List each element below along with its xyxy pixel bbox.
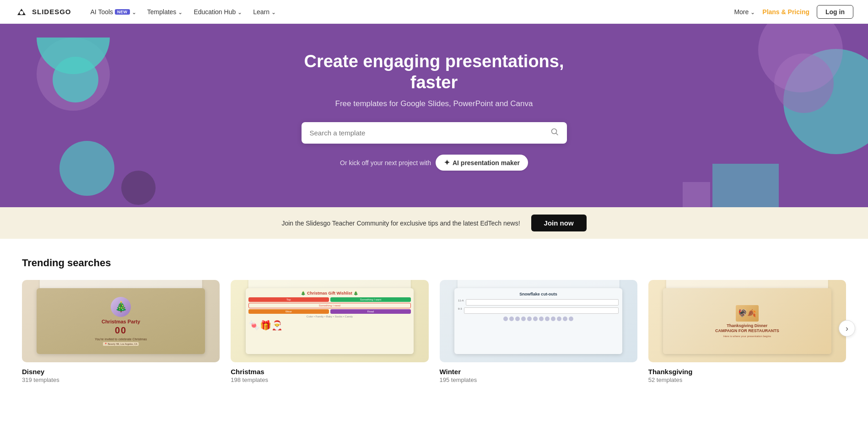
nav-ai-tools[interactable]: AI Tools NEW [86, 5, 141, 18]
disney-character-icon: 🎄 [111, 297, 131, 317]
card-christmas-image: 🎄 Christmas Gift Wishlist 🎄 Top Somethin… [231, 280, 428, 362]
thanksgiving-slide-title: Thanksgiving DinnerCAMPAIGN FOR RESTAURA… [715, 323, 779, 334]
trending-section: Trending searches 🎄 Christmas Party00 Yo… [0, 239, 868, 402]
learn-chevron [271, 8, 276, 16]
more-chevron [750, 8, 755, 16]
shape-rect-teal [712, 164, 779, 207]
christmas-slide: 🎄 Christmas Gift Wishlist 🎄 Top Somethin… [246, 288, 414, 354]
search-bar[interactable] [302, 122, 567, 144]
xmas-footer: Color • Family • Baby • Socks • Candy [248, 315, 411, 318]
card-disney[interactable]: 🎄 Christmas Party00 You're invited to ce… [22, 280, 220, 383]
shape-tl-circle [37, 38, 110, 111]
search-input[interactable] [310, 129, 550, 137]
logo-text: SLIDESGO [32, 8, 71, 16]
education-hub-chevron [237, 8, 242, 16]
ai-tools-chevron [132, 8, 136, 16]
trending-cards: 🎄 Christmas Party00 You're invited to ce… [22, 280, 846, 383]
hero-subtitle: Free templates for Google Slides, PowerP… [283, 99, 585, 108]
winter-snowflakes [458, 317, 619, 321]
hero-title: Create engaging presentations, faster [283, 51, 585, 93]
winter-slide-title: Snowflake cut-outs [458, 292, 619, 296]
winter-slide: Snowflake cut-outs 11-A 9-3 [454, 288, 622, 354]
xmas-item3: Something I need [248, 303, 411, 308]
xmas-icons: 🍬🎁🎅 [248, 320, 411, 331]
nav-plans-pricing[interactable]: Plans & Pricing [762, 8, 809, 16]
card-christmas-label: Christmas [231, 368, 428, 376]
shape-rect-light [683, 182, 710, 207]
svg-point-1 [20, 11, 23, 15]
nav-education-hub[interactable]: Education Hub [189, 5, 247, 18]
svg-point-2 [551, 129, 556, 134]
more-label: More [734, 8, 749, 16]
card-winter[interactable]: Snowflake cut-outs 11-A 9-3 [440, 280, 637, 383]
shape-tl-teal [37, 38, 110, 74]
banner-text: Join the Slidesgo Teacher Community for … [281, 220, 520, 227]
disney-slide-title: Christmas Party00 [102, 319, 140, 336]
templates-label: Templates [147, 8, 177, 16]
logo[interactable]: SLIDESGO [15, 5, 71, 19]
chevron-right-icon: › [846, 323, 848, 333]
nav-more[interactable]: More [734, 8, 755, 16]
card-thanksgiving-label: Thanksgiving [648, 368, 846, 376]
ai-star-icon: ✦ [444, 158, 450, 167]
xmas-item1: Top [248, 297, 329, 302]
card-disney-count: 319 templates [22, 376, 220, 383]
disney-slide-sub: You're invited to celebrate Christmas [95, 338, 147, 341]
hero-section: Create engaging presentations, faster Fr… [0, 24, 868, 207]
xmas-row3: Wear Read [248, 309, 411, 314]
education-hub-label: Education Hub [194, 8, 236, 16]
card-winter-label: Winter [440, 368, 637, 376]
shape-bl-dark [121, 171, 156, 205]
card-christmas[interactable]: 🎄 Christmas Gift Wishlist 🎄 Top Somethin… [231, 280, 428, 383]
navbar: SLIDESGO AI Tools NEW Templates Educatio… [0, 0, 868, 24]
thanksgiving-slide: 🦃🍂 Thanksgiving DinnerCAMPAIGN FOR RESTA… [663, 288, 831, 354]
card-thanksgiving-image: 🦃🍂 Thanksgiving DinnerCAMPAIGN FOR RESTA… [648, 280, 846, 362]
shape-bl-teal [59, 141, 114, 196]
xmas-row2: Something I need [248, 303, 411, 308]
thanksgiving-slide-content: 🦃🍂 Thanksgiving DinnerCAMPAIGN FOR RESTA… [663, 288, 831, 354]
ai-row-text: Or kick off your next project with [340, 159, 431, 166]
ai-btn-label: AI presentation maker [453, 159, 520, 166]
svg-line-3 [556, 134, 558, 135]
nav-right: More Plans & Pricing Log in [734, 5, 853, 19]
trending-title: Trending searches [22, 257, 846, 269]
nav-links: AI Tools NEW Templates Education Hub Lea… [86, 5, 734, 18]
ai-tools-label: AI Tools [91, 8, 113, 16]
winter-inputs2: 9-3 [458, 307, 619, 314]
shape-tr-teal [783, 49, 868, 154]
disney-slide: 🎄 Christmas Party00 You're invited to ce… [37, 288, 205, 354]
thanksgiving-slide-sub: Here is where your presentation begins [723, 335, 771, 338]
next-arrow-button[interactable]: › [839, 320, 855, 337]
join-now-button[interactable]: Join now [531, 215, 587, 231]
card-christmas-count: 198 templates [231, 376, 428, 383]
card-disney-image: 🎄 Christmas Party00 You're invited to ce… [22, 280, 220, 362]
nav-learn[interactable]: Learn [248, 5, 280, 18]
learn-label: Learn [253, 8, 270, 16]
winter-inputs: 11-A [458, 299, 619, 306]
shape-tr-light [758, 24, 843, 92]
templates-chevron [178, 8, 183, 16]
ai-row: Or kick off your next project with ✦ AI … [283, 155, 585, 171]
slidesgo-logo-icon [15, 5, 28, 19]
disney-slide-details: 📍 Beverly Hill, Los Angeles, CA [103, 342, 139, 346]
winter-slide-content: Snowflake cut-outs 11-A 9-3 [454, 288, 622, 354]
shape-tl-teal2 [53, 57, 98, 102]
shape-tr-purple [774, 54, 834, 113]
xmas-item4: Wear [248, 309, 329, 314]
hero-content: Create engaging presentations, faster Fr… [274, 51, 594, 171]
card-winter-count: 195 templates [440, 376, 637, 383]
disney-slide-content: 🎄 Christmas Party00 You're invited to ce… [37, 288, 205, 354]
xmas-item2: Something I want [330, 297, 411, 302]
login-button[interactable]: Log in [817, 5, 853, 19]
ai-presentation-btn[interactable]: ✦ AI presentation maker [436, 155, 528, 171]
christmas-slide-content: 🎄 Christmas Gift Wishlist 🎄 Top Somethin… [246, 288, 414, 354]
thanksgiving-image-area: 🦃🍂 [736, 305, 759, 322]
card-thanksgiving[interactable]: 🦃🍂 Thanksgiving DinnerCAMPAIGN FOR RESTA… [648, 280, 846, 383]
new-badge: NEW [115, 9, 130, 15]
teacher-community-banner: Join the Slidesgo Teacher Community for … [0, 207, 868, 239]
card-disney-label: Disney [22, 368, 220, 376]
xmas-row1: Top Something I want [248, 297, 411, 302]
nav-templates[interactable]: Templates [143, 5, 188, 18]
card-winter-image: Snowflake cut-outs 11-A 9-3 [440, 280, 637, 362]
xmas-title: 🎄 Christmas Gift Wishlist 🎄 [248, 291, 411, 295]
